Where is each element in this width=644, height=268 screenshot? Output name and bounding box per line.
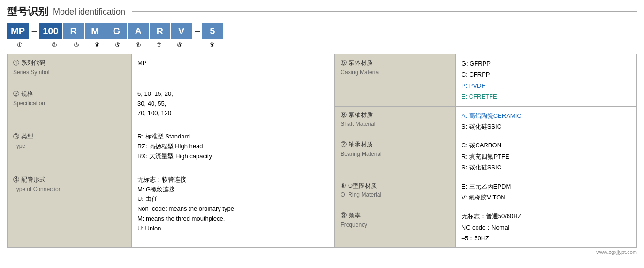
model-part-2: R [63,23,84,39]
num-label-3: ④ [87,41,107,48]
value-line: S: 碳化硅SSIC [462,162,631,173]
num-label-8: ⑨ [200,41,224,48]
left-label-2: ③ 类型Type [8,128,132,171]
right-label-4: ⑨ 频率Frequency [335,207,455,248]
right-label-cn-2: ⑦ 轴承材质 [341,140,449,150]
model-part-1: 100 [39,23,62,39]
num-label-2: ③ [66,41,87,48]
left-row-3: ④ 配管形式Type of Connection无标志：软管连接 M: G螺纹连… [8,171,334,248]
right-label-en-3: O–Ring Material [341,191,449,199]
value-line: P: PVDF [462,80,631,91]
label-en-0: Series Symbol [13,68,126,77]
right-value-0: G: GFRPPC: CFRPPP: PVDFE: CFRETFE [455,54,636,107]
left-label-1: ② 规格Specification [8,85,132,128]
right-label-cn-4: ⑨ 频率 [341,211,449,221]
value-line: E: 三元乙丙EPDM [462,181,631,192]
model-dash: – [195,25,200,37]
right-row-2: ⑦ 轴承材质Bearing MaterialC: 碳CARBONR: 填充四氟P… [335,136,637,177]
label-en-3: Type of Connection [13,185,126,194]
value-line: E: CFRETFE [462,91,631,102]
right-label-cn-1: ⑥ 泵轴材质 [341,110,449,120]
num-label-4: ⑤ [107,41,128,48]
model-part-3: M [85,23,106,39]
model-dash: – [31,25,37,37]
model-part-8: 5 [202,23,223,39]
right-value-1: A: 高铝陶瓷CERAMICS: 碳化硅SSIC [455,106,636,136]
value-line: C: CFRPP [462,69,631,80]
left-value-1: 6, 10, 15, 20, 30, 40, 55, 70, 100, 120 [131,85,334,128]
value-line: 无标志：普通50/60HZ [462,211,631,222]
num-label-7: ⑧ [169,41,190,48]
right-row-3: ⑧ O型圈材质O–Ring MaterialE: 三元乙丙EPDMV: 氟橡胶V… [335,177,637,207]
right-row-4: ⑨ 频率Frequency无标志：普通50/60HZNO code：Nomal–… [335,207,637,248]
value-line: NO code：Nomal [462,222,631,233]
label-en-1: Specification [13,99,126,108]
model-part-5: A [128,23,149,39]
right-label-0: ⑤ 泵体材质Casing Material [335,54,455,107]
value-line: S: 碳化硅SSIC [462,121,631,132]
label-cn-0: ① 系列代码 [13,58,126,68]
right-label-cn-0: ⑤ 泵体材质 [341,58,449,68]
value-line: A: 高铝陶瓷CERAMIC [462,110,631,121]
right-label-cn-3: ⑧ O型圈材质 [341,181,449,191]
right-value-3: E: 三元乙丙EPDMV: 氟橡胶VITON [455,177,636,207]
title-divider [132,11,637,12]
value-line: –5：50HZ [462,233,631,244]
right-label-en-0: Casing Material [341,68,449,77]
right-row-0: ⑤ 泵体材质Casing MaterialG: GFRPPC: CFRPPP: … [335,54,637,107]
num-label-6: ⑦ [149,41,169,48]
right-value-4: 无标志：普通50/60HZNO code：Nomal–5：50HZ [455,207,636,248]
right-label-en-1: Shaft Material [341,120,449,129]
label-cn-1: ② 规格 [13,89,126,99]
right-row-1: ⑥ 泵轴材质Shaft MaterialA: 高铝陶瓷CERAMICS: 碳化硅… [335,106,637,136]
left-row-0: ① 系列代码Series SymbolMP [8,54,334,85]
title-cn: 型号识别 [7,5,48,19]
right-label-en-4: Frequency [341,221,449,230]
right-value-2: C: 碳CARBONR: 填充四氟PTFES: 碳化硅SSIC [455,136,636,177]
label-en-2: Type [13,142,126,151]
model-part-0: MP [7,23,29,39]
left-row-2: ③ 类型TypeR: 标准型 Standard RZ: 高扬程型 High he… [8,128,334,171]
left-label-0: ① 系列代码Series Symbol [8,54,132,85]
number-row: ①②③④⑤⑥⑦⑧⑨ [7,41,637,48]
num-label-5: ⑥ [128,41,149,48]
left-value-2: R: 标准型 Standard RZ: 高扬程型 High head RX: 大… [131,128,334,171]
left-row-1: ② 规格Specification6, 10, 15, 20, 30, 40, … [8,85,334,128]
value-line: G: GFRPP [462,58,631,69]
model-part-6: R [150,23,170,39]
value-line: V: 氟橡胶VITON [462,192,631,203]
left-value-0: MP [131,54,334,85]
num-label-0: ① [7,41,32,48]
model-part-7: V [171,23,192,39]
label-cn-3: ④ 配管形式 [13,175,126,185]
right-label-1: ⑥ 泵轴材质Shaft Material [335,106,455,136]
left-value-3: 无标志：软管连接 M: G螺纹连接 U: 由任 Non–code: means … [131,171,334,248]
model-code-row: MP–100RMGARV–5 [7,23,637,39]
left-label-3: ④ 配管形式Type of Connection [8,171,132,248]
title-en: Model identification [53,7,125,17]
model-part-4: G [106,23,127,39]
right-table: ⑤ 泵体材质Casing MaterialG: GFRPPC: CFRPPP: … [334,54,637,248]
right-label-en-2: Bearing Material [341,150,449,159]
num-label-1: ② [43,41,66,48]
right-label-3: ⑧ O型圈材质O–Ring Material [335,177,455,207]
right-label-2: ⑦ 轴承材质Bearing Material [335,136,455,177]
left-table: ① 系列代码Series SymbolMP② 规格Specification6,… [7,54,334,248]
page-container: 型号识别 Model identification MP–100RMGARV–5… [7,5,637,255]
title-row: 型号识别 Model identification [7,5,637,19]
tables-container: ① 系列代码Series SymbolMP② 规格Specification6,… [7,54,637,248]
footer-url: www.zgxjjypt.com [7,249,637,255]
value-line: C: 碳CARBON [462,140,631,151]
value-line: R: 填充四氟PTFE [462,151,631,162]
label-cn-2: ③ 类型 [13,132,126,142]
